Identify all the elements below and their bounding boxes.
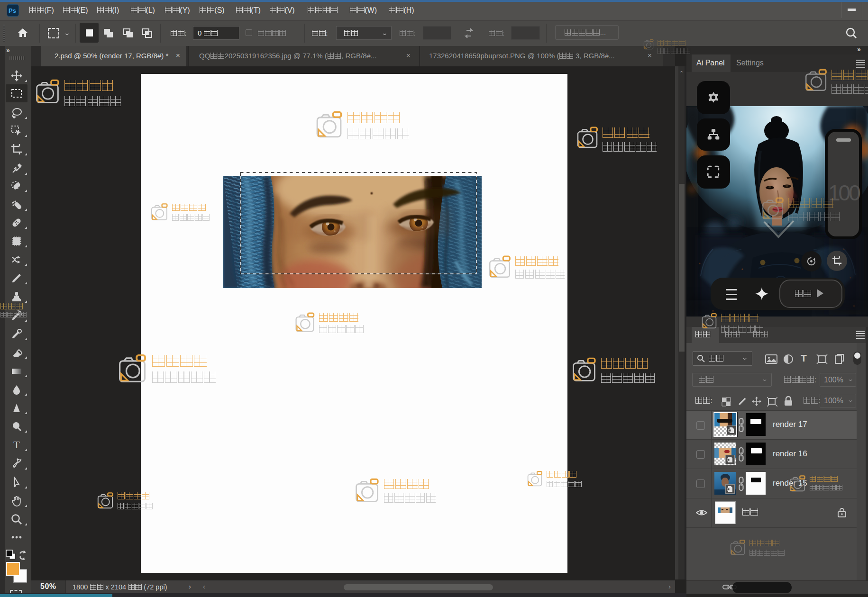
svg-text:T: T [13, 439, 20, 451]
